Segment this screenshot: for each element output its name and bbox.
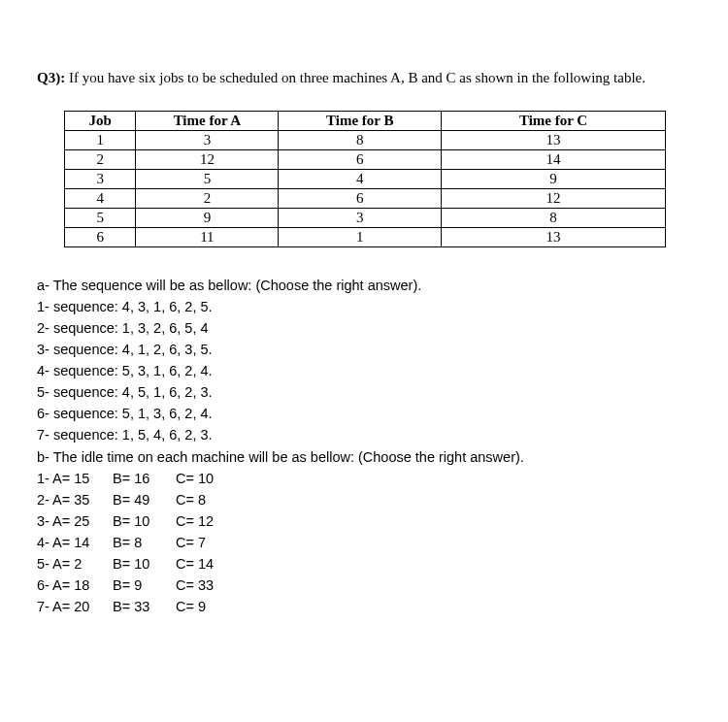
idle-a: 1- A= 15 <box>37 468 113 489</box>
cell: 9 <box>442 170 666 189</box>
data-table-wrap: Job Time for A Time for B Time for C 1 3… <box>37 111 691 247</box>
idle-b: B= 16 <box>113 468 176 489</box>
idle-b: B= 9 <box>113 574 176 596</box>
idle-a: 3- A= 25 <box>37 510 113 532</box>
sequence-option: 2- sequence: 1, 3, 2, 6, 5, 4 <box>37 317 691 339</box>
part-a-prompt: a- The sequence will be as bellow: (Choo… <box>37 275 691 296</box>
cell: 6 <box>279 189 442 209</box>
idle-option-row: 3- A= 25 B= 10 C= 12 <box>37 510 691 532</box>
idle-c: C= 9 <box>176 596 206 617</box>
idle-option-row: 1- A= 15 B= 16 C= 10 <box>37 468 691 489</box>
cell: 4 <box>279 170 442 189</box>
sequence-option: 3- sequence: 4, 1, 2, 6, 3, 5. <box>37 339 691 360</box>
cell: 2 <box>136 189 279 209</box>
idle-a: 7- A= 20 <box>37 596 113 617</box>
cell: 1 <box>65 131 136 150</box>
idle-c: C= 8 <box>176 489 206 510</box>
cell: 13 <box>442 131 666 150</box>
cell: 13 <box>442 228 666 247</box>
cell: 6 <box>279 150 442 170</box>
idle-b: B= 49 <box>113 489 176 510</box>
sequence-option: 7- sequence: 1, 5, 4, 6, 2, 3. <box>37 424 691 445</box>
header-time-b: Time for B <box>279 112 442 131</box>
sequence-option: 1- sequence: 4, 3, 1, 6, 2, 5. <box>37 296 691 317</box>
idle-option-row: 2- A= 35 B= 49 C= 8 <box>37 489 691 510</box>
idle-a: 5- A= 2 <box>37 553 113 574</box>
idle-b: B= 8 <box>113 532 176 553</box>
idle-c: C= 10 <box>176 468 214 489</box>
idle-a: 6- A= 18 <box>37 574 113 596</box>
table-row: 4 2 6 12 <box>65 189 666 209</box>
question-text: If you have six jobs to be scheduled on … <box>69 70 645 85</box>
table-row: 6 11 1 13 <box>65 228 666 247</box>
cell: 1 <box>279 228 442 247</box>
header-time-c: Time for C <box>442 112 666 131</box>
table-row: 2 12 6 14 <box>65 150 666 170</box>
idle-time-grid: 1- A= 15 B= 16 C= 10 2- A= 35 B= 49 C= 8… <box>37 468 691 617</box>
cell: 3 <box>279 209 442 228</box>
cell: 9 <box>136 209 279 228</box>
idle-c: C= 7 <box>176 532 206 553</box>
idle-option-row: 6- A= 18 B= 9 C= 33 <box>37 574 691 596</box>
jobs-table: Job Time for A Time for B Time for C 1 3… <box>64 111 666 247</box>
cell: 12 <box>136 150 279 170</box>
cell: 3 <box>65 170 136 189</box>
sequence-option: 4- sequence: 5, 3, 1, 6, 2, 4. <box>37 360 691 381</box>
table-row: 3 5 4 9 <box>65 170 666 189</box>
cell: 4 <box>65 189 136 209</box>
part-a-section: a- The sequence will be as bellow: (Choo… <box>37 275 691 445</box>
part-b-section: b- The idle time on each machine will be… <box>37 446 691 468</box>
idle-c: C= 33 <box>176 574 214 596</box>
idle-option-row: 5- A= 2 B= 10 C= 14 <box>37 553 691 574</box>
idle-option-row: 4- A= 14 B= 8 C= 7 <box>37 532 691 553</box>
cell: 11 <box>136 228 279 247</box>
cell: 14 <box>442 150 666 170</box>
header-job: Job <box>65 112 136 131</box>
cell: 5 <box>136 170 279 189</box>
sequence-option: 6- sequence: 5, 1, 3, 6, 2, 4. <box>37 403 691 424</box>
idle-c: C= 12 <box>176 510 214 532</box>
cell: 12 <box>442 189 666 209</box>
table-row: 5 9 3 8 <box>65 209 666 228</box>
cell: 5 <box>65 209 136 228</box>
cell: 2 <box>65 150 136 170</box>
idle-option-row: 7- A= 20 B= 33 C= 9 <box>37 596 691 617</box>
cell: 6 <box>65 228 136 247</box>
sequence-option: 5- sequence: 4, 5, 1, 6, 2, 3. <box>37 381 691 403</box>
idle-a: 4- A= 14 <box>37 532 113 553</box>
question-label: Q3): <box>37 70 65 85</box>
question-header: Q3): If you have six jobs to be schedule… <box>37 68 691 87</box>
table-header-row: Job Time for A Time for B Time for C <box>65 112 666 131</box>
idle-b: B= 10 <box>113 553 176 574</box>
part-b-prompt: b- The idle time on each machine will be… <box>37 446 691 468</box>
idle-a: 2- A= 35 <box>37 489 113 510</box>
cell: 8 <box>279 131 442 150</box>
table-row: 1 3 8 13 <box>65 131 666 150</box>
idle-b: B= 10 <box>113 510 176 532</box>
idle-c: C= 14 <box>176 553 214 574</box>
idle-b: B= 33 <box>113 596 176 617</box>
cell: 3 <box>136 131 279 150</box>
cell: 8 <box>442 209 666 228</box>
header-time-a: Time for A <box>136 112 279 131</box>
